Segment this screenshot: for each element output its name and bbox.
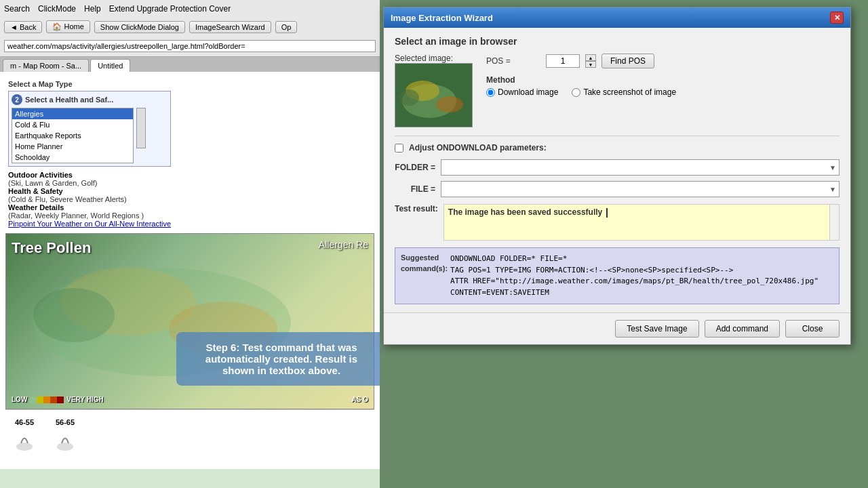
outdoor-activities-title: Outdoor Activities bbox=[8, 171, 171, 179]
listbox-item-coldflu[interactable]: Cold & Flu bbox=[12, 119, 133, 130]
file-row: FILE = ▼ bbox=[395, 181, 840, 197]
pos-spin-up[interactable]: ▲ bbox=[585, 54, 596, 61]
health-section: 2 Select a Health and Saf... Allergies C… bbox=[8, 91, 171, 167]
test-result-label: Test result: bbox=[395, 204, 438, 214]
test-result-text: The image has been saved successfully bbox=[448, 207, 602, 217]
radio-screenshot[interactable]: Take screenshot of image bbox=[572, 87, 676, 97]
command-label: command(s): bbox=[401, 264, 448, 272]
svg-point-10 bbox=[399, 89, 419, 106]
image-extraction-dialog: Image Extraction Wizard ✕ Select an imag… bbox=[383, 7, 851, 345]
health-safety-title: Health & Safety bbox=[8, 187, 171, 195]
svg-point-9 bbox=[436, 96, 463, 113]
address-bar[interactable] bbox=[4, 40, 376, 52]
listbox-item-homeplanner[interactable]: Home Planner bbox=[12, 141, 133, 152]
test-result-scrollbar[interactable] bbox=[829, 205, 839, 240]
add-command-button[interactable]: Add command bbox=[705, 320, 780, 338]
suggested-label: Suggested bbox=[401, 253, 448, 262]
pos-row: POS = ▲ ▼ Find POS bbox=[486, 54, 676, 68]
tab-untitled[interactable]: Untitled bbox=[90, 59, 130, 72]
adjust-checkbox[interactable] bbox=[395, 144, 403, 152]
radio-row: Download image Take screenshot of image bbox=[486, 87, 676, 97]
pos-input[interactable] bbox=[546, 54, 580, 68]
adjust-row: Adjust ONDOWNLOAD parameters: bbox=[395, 143, 840, 152]
browser-content: Select a Map Type 2 Select a Health and … bbox=[0, 72, 380, 469]
outdoor-activities-sub: (Ski, Lawn & Garden, Golf) bbox=[8, 179, 171, 187]
test-save-image-button[interactable]: Test Save Image bbox=[615, 320, 698, 338]
imagesearch-wizard-button[interactable]: ImageSearch Wizard bbox=[189, 21, 271, 33]
radio-download[interactable]: Download image bbox=[486, 87, 558, 97]
back-button[interactable]: ◄ Back bbox=[4, 21, 42, 33]
as-of-label: AS O bbox=[352, 396, 368, 403]
folder-combo[interactable]: ▼ bbox=[441, 159, 840, 176]
address-bar-row bbox=[4, 39, 376, 54]
selected-image-area: Selected image: POS = bbox=[395, 54, 840, 127]
suggested-area: Suggested command(s): ONDOWNLOAD FOLDER=… bbox=[395, 247, 840, 304]
categories-panel: Outdoor Activities (Ski, Lawn & Garden, … bbox=[8, 171, 171, 228]
op-button[interactable]: Op bbox=[275, 21, 298, 33]
pollen-scale: LOW VERY HIGH bbox=[12, 396, 104, 403]
tab-maproom[interactable]: m - Map Room - Sa... bbox=[3, 59, 89, 72]
browser-nav: ◄ Back 🏠 Home Show ClickMode Dialog Imag… bbox=[4, 19, 376, 35]
folder-row: FOLDER = ▼ bbox=[395, 159, 840, 176]
pos-spin-down[interactable]: ▼ bbox=[585, 61, 596, 68]
health-listbox[interactable]: Allergies Cold & Flu Earthquake Reports … bbox=[12, 108, 134, 163]
dialog-title: Image Extraction Wizard bbox=[391, 13, 493, 23]
circle-num: 2 bbox=[12, 94, 22, 105]
home-button[interactable]: 🏠 Home bbox=[46, 20, 90, 33]
folder-combo-arrow[interactable]: ▼ bbox=[829, 164, 836, 171]
dialog-footer: Test Save Image Add command Close bbox=[384, 312, 850, 344]
listbox-item-earthquake[interactable]: Earthquake Reports bbox=[12, 130, 133, 141]
divider-1 bbox=[395, 136, 840, 136]
test-result-area: Test result: The image has been saved su… bbox=[395, 204, 840, 241]
dialog-overlay: Image Extraction Wizard ✕ Select an imag… bbox=[376, 0, 868, 488]
select-health-label: 2 Select a Health and Saf... bbox=[12, 94, 167, 105]
adjust-label: Adjust ONDOWNLOAD parameters: bbox=[409, 143, 547, 152]
test-result-box[interactable]: The image has been saved successfully bbox=[443, 204, 840, 241]
dialog-body: Select an image in browser Selected imag… bbox=[384, 28, 850, 312]
cursor bbox=[606, 208, 608, 218]
menu-search[interactable]: Search bbox=[4, 4, 30, 14]
map-type-label: Select a Map Type bbox=[8, 80, 171, 88]
weather-details-sub: (Radar, Weekly Planner, World Regions ) bbox=[8, 211, 171, 220]
selected-image-thumb bbox=[395, 63, 473, 127]
clickmode-dialog-button[interactable]: Show ClickMode Dialog bbox=[94, 21, 185, 33]
browser-toolbar: Search ClickMode Help Extend Upgrade Pro… bbox=[0, 0, 380, 57]
svg-point-3 bbox=[33, 288, 115, 342]
dialog-titlebar: Image Extraction Wizard ✕ bbox=[384, 7, 850, 28]
score-preview: 46-55 56-65 bbox=[5, 409, 374, 464]
suggested-command-text: ONDOWNLOAD FOLDER=* FILE=* TAG POS=1 TYP… bbox=[450, 253, 818, 298]
find-pos-button[interactable]: Find POS bbox=[601, 54, 654, 68]
file-combo[interactable]: ▼ bbox=[441, 181, 840, 197]
close-button[interactable]: Close bbox=[785, 320, 840, 338]
tooltip-overlay: Step 6: Test command that was automatica… bbox=[176, 332, 380, 386]
file-combo-arrow[interactable]: ▼ bbox=[829, 186, 836, 193]
tab-bar: m - Map Room - Sa... Untitled bbox=[0, 57, 380, 72]
folder-label: FOLDER = bbox=[395, 163, 435, 172]
listbox-item-allergies[interactable]: Allergies bbox=[12, 108, 133, 119]
method-label: Method bbox=[486, 75, 676, 85]
menu-help[interactable]: Help bbox=[84, 4, 101, 14]
dialog-close-icon[interactable]: ✕ bbox=[830, 12, 844, 24]
dialog-section-title: Select an image in browser bbox=[395, 36, 840, 47]
cat-link[interactable]: Pinpoint Your Weather on Our All-New Int… bbox=[8, 220, 171, 228]
weather-details-title: Weather Details bbox=[8, 203, 171, 211]
svg-point-4 bbox=[16, 443, 33, 451]
health-safety-sub: (Cold & Flu, Severe Weather Alerts) bbox=[8, 195, 171, 203]
file-label: FILE = bbox=[395, 184, 435, 194]
pos-label: POS = bbox=[486, 56, 540, 66]
menu-clickmode[interactable]: ClickMode bbox=[38, 4, 76, 14]
browser-menu: Search ClickMode Help Extend Upgrade Pro… bbox=[4, 3, 376, 15]
svg-point-5 bbox=[57, 443, 73, 451]
selected-image-label: Selected image: bbox=[395, 54, 473, 63]
pos-method-area: POS = ▲ ▼ Find POS Method bbox=[486, 54, 676, 97]
method-area: Method Download image Take screenshot of… bbox=[486, 75, 676, 97]
menu-extend[interactable]: Extend Upgrade Protection Cover bbox=[109, 4, 231, 14]
pos-spinner[interactable]: ▲ ▼ bbox=[585, 54, 596, 68]
left-panel: Select a Map Type 2 Select a Health and … bbox=[5, 77, 174, 230]
browser-background: Search ClickMode Help Extend Upgrade Pro… bbox=[0, 0, 380, 488]
listbox-item-schoolday[interactable]: Schoolday bbox=[12, 152, 133, 163]
